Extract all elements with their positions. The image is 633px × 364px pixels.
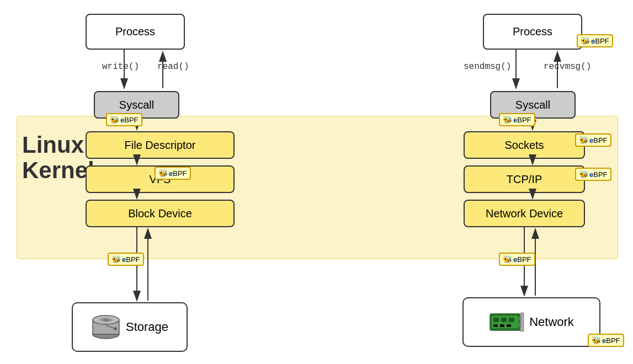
bee-icon-9: 🐝	[592, 336, 601, 345]
svg-rect-13	[500, 324, 504, 327]
block-device-label: Block Device	[128, 207, 192, 220]
network-box: Network	[462, 297, 600, 347]
ebpf-text-2: eBPF	[169, 169, 187, 178]
bee-icon-4: 🐝	[581, 36, 590, 45]
bee-icon-1: 🐝	[110, 115, 119, 124]
ebpf-badge-process-right: 🐝 eBPF	[577, 34, 613, 47]
storage-box: Storage	[72, 302, 188, 352]
read-call-label: read()	[157, 62, 189, 72]
ebpf-badge-syscall-right: 🐝 eBPF	[499, 113, 535, 126]
ebpf-badge-sockets: 🐝 eBPF	[575, 133, 611, 147]
block-device-box: Block Device	[86, 200, 235, 227]
ebpf-text-3: eBPF	[122, 255, 140, 264]
tcp-ip-box: TCP/IP	[464, 165, 585, 193]
write-call-label: write()	[102, 62, 139, 72]
svg-rect-10	[501, 318, 507, 322]
process-right-label: Process	[513, 25, 552, 38]
ebpf-text-7: eBPF	[589, 170, 608, 179]
file-descriptor-box: File Descriptor	[86, 131, 235, 159]
network-icon	[489, 308, 525, 336]
bee-icon-3: 🐝	[111, 255, 121, 264]
process-right-box: Process	[483, 14, 582, 50]
recvmsg-call-label: recvmsg()	[544, 62, 591, 72]
ebpf-text-8: eBPF	[513, 255, 531, 264]
network-label: Network	[529, 315, 574, 329]
diagram: Linux Kernel write() read() sendmsg() re…	[0, 0, 633, 364]
bee-icon-6: 🐝	[579, 136, 588, 144]
ebpf-text-1: eBPF	[120, 116, 139, 124]
ebpf-badge-syscall-left: 🐝 eBPF	[106, 113, 142, 126]
ebpf-badge-vfs: 🐝 eBPF	[155, 167, 191, 180]
bee-icon-5: 🐝	[503, 115, 512, 124]
ebpf-badge-network-device: 🐝 eBPF	[499, 253, 535, 266]
file-descriptor-label: File Descriptor	[125, 139, 196, 152]
svg-point-6	[114, 327, 117, 330]
syscall-left-label: Syscall	[119, 99, 154, 111]
process-left-label: Process	[115, 25, 155, 38]
ebpf-text-4: eBPF	[591, 37, 609, 45]
svg-rect-9	[493, 318, 499, 322]
storage-icon	[91, 313, 121, 341]
sockets-box: Sockets	[464, 131, 585, 159]
kernel-label: Linux Kernel	[22, 132, 66, 183]
bee-icon-2: 🐝	[158, 169, 168, 178]
ebpf-text-6: eBPF	[589, 136, 608, 144]
tcp-ip-label: TCP/IP	[507, 173, 542, 186]
network-device-box: Network Device	[464, 200, 585, 227]
svg-rect-16	[519, 317, 522, 320]
svg-rect-11	[509, 318, 514, 322]
svg-rect-14	[507, 324, 511, 327]
sendmsg-call-label: sendmsg()	[464, 62, 511, 72]
network-device-label: Network Device	[486, 207, 563, 220]
sockets-label: Sockets	[504, 139, 544, 152]
storage-label: Storage	[126, 320, 168, 334]
ebpf-text-9: eBPF	[602, 336, 620, 345]
svg-rect-17	[519, 323, 522, 326]
ebpf-badge-tcpip: 🐝 eBPF	[575, 168, 611, 181]
ebpf-badge-network-box: 🐝 eBPF	[588, 334, 624, 347]
bee-icon-7: 🐝	[579, 170, 588, 179]
svg-rect-15	[520, 313, 524, 331]
svg-rect-12	[493, 324, 498, 327]
ebpf-text-5: eBPF	[513, 116, 531, 124]
bee-icon-8: 🐝	[503, 255, 512, 264]
svg-point-4	[103, 319, 109, 321]
syscall-right-label: Syscall	[515, 99, 550, 111]
ebpf-badge-block-device: 🐝 eBPF	[108, 253, 144, 266]
process-left-box: Process	[86, 14, 185, 50]
